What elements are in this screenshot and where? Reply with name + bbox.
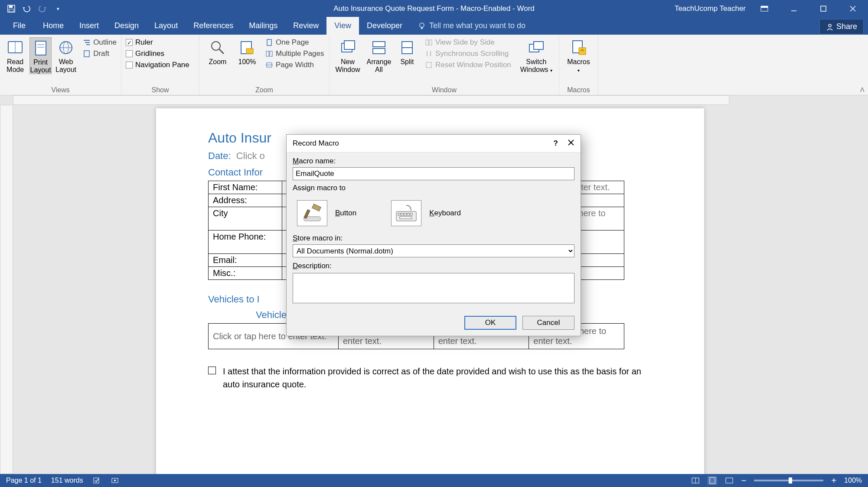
svg-rect-14 <box>36 41 46 55</box>
close-icon[interactable] <box>842 0 864 17</box>
svg-rect-56 <box>407 213 409 215</box>
minimize-icon[interactable] <box>783 0 805 17</box>
web-layout-view-icon[interactable] <box>725 477 734 484</box>
switch-windows-button[interactable]: Switch Windows ▾ <box>519 37 554 73</box>
assign-button-option[interactable]: Button <box>297 200 356 226</box>
tab-design[interactable]: Design <box>107 17 147 35</box>
reset-window-position-button[interactable]: Reset Window Position <box>425 61 511 69</box>
svg-rect-54 <box>401 213 403 215</box>
tab-references[interactable]: References <box>186 17 241 35</box>
ok-button[interactable]: OK <box>464 316 516 330</box>
ribbon-display-icon[interactable] <box>754 0 775 17</box>
dialog-title: Record Macro <box>293 139 339 148</box>
tab-mailings[interactable]: Mailings <box>241 17 285 35</box>
dialog-close-icon[interactable] <box>568 139 574 148</box>
macros-icon <box>570 39 587 56</box>
arrange-all-icon <box>370 39 388 56</box>
horizontal-ruler[interactable] <box>13 95 729 105</box>
maximize-icon[interactable] <box>813 0 834 17</box>
address-label: Address: <box>209 194 282 207</box>
tab-layout[interactable]: Layout <box>147 17 186 35</box>
print-layout-button[interactable]: Print Layout <box>29 37 52 74</box>
macro-recording-icon[interactable] <box>111 477 119 484</box>
tab-home[interactable]: Home <box>35 17 72 35</box>
svg-rect-43 <box>534 42 543 49</box>
svg-rect-36 <box>373 49 385 54</box>
macro-name-label: Macro name: <box>293 157 574 166</box>
svg-rect-23 <box>84 51 89 57</box>
zoom-in-button[interactable]: + <box>831 478 836 483</box>
svg-rect-35 <box>373 42 385 47</box>
gridlines-checkbox[interactable]: Gridlines <box>126 49 195 58</box>
tab-file[interactable]: File <box>3 17 35 35</box>
store-macro-select[interactable]: All Documents (Normal.dotm) <box>293 244 574 257</box>
assign-keyboard-option[interactable]: Keyboard <box>391 200 461 226</box>
page-indicator[interactable]: Page 1 of 1 <box>6 477 42 484</box>
zoom-100-button[interactable]: 100% <box>235 37 259 66</box>
group-label-macros: Macros <box>564 85 594 94</box>
synchronous-scrolling-button[interactable]: Synchronous Scrolling <box>425 49 511 58</box>
spellcheck-icon[interactable] <box>93 477 101 484</box>
side-by-side-icon <box>425 39 433 46</box>
macros-button[interactable]: Macros▾ <box>564 37 594 73</box>
attest-text: I attest that the information provided i… <box>223 365 652 391</box>
web-layout-button[interactable]: Web Layout <box>55 37 77 73</box>
view-side-by-side-button[interactable]: View Side by Side <box>425 38 511 47</box>
cancel-button[interactable]: Cancel <box>522 316 574 330</box>
split-button[interactable]: Split <box>396 37 418 66</box>
group-label-show: Show <box>126 85 195 94</box>
share-icon <box>826 23 834 31</box>
tab-review[interactable]: Review <box>285 17 326 35</box>
read-mode-button[interactable]: Read Mode <box>4 37 26 73</box>
page-width-button[interactable]: Page Width <box>265 61 324 69</box>
zoom-icon <box>209 39 226 56</box>
misc-label: Misc.: <box>209 267 282 280</box>
one-page-button[interactable]: One Page <box>265 38 324 47</box>
svg-rect-49 <box>312 204 321 211</box>
svg-rect-6 <box>821 6 826 11</box>
draft-icon <box>83 50 91 58</box>
svg-rect-51 <box>396 211 416 221</box>
description-textarea[interactable] <box>293 273 574 303</box>
attest-checkbox[interactable] <box>208 367 216 374</box>
share-button[interactable]: Share <box>819 19 864 34</box>
zoom-button[interactable]: Zoom <box>204 37 232 66</box>
macro-name-input[interactable] <box>293 167 574 180</box>
keyboard-icon <box>391 200 421 226</box>
redo-icon[interactable] <box>36 3 49 15</box>
quick-access-toolbar: ▾ <box>0 3 69 15</box>
tab-view[interactable]: View <box>326 17 359 35</box>
print-layout-view-icon[interactable] <box>708 476 717 485</box>
qat-customize-icon[interactable]: ▾ <box>52 3 64 15</box>
zoom-out-button[interactable]: − <box>741 478 747 483</box>
multiple-pages-icon <box>265 50 273 58</box>
collapse-ribbon-icon[interactable]: ᐱ <box>860 86 865 93</box>
home-phone-label: Home Phone: <box>209 231 282 254</box>
svg-rect-10 <box>421 27 423 29</box>
city-label: City <box>209 207 282 231</box>
save-icon[interactable] <box>5 3 17 15</box>
word-count[interactable]: 151 words <box>51 477 83 484</box>
svg-rect-64 <box>710 477 715 484</box>
dialog-help-icon[interactable]: ? <box>554 139 558 148</box>
group-label-zoom: Zoom <box>204 85 325 94</box>
split-icon <box>398 39 416 56</box>
tab-insert[interactable]: Insert <box>72 17 107 35</box>
zoom-slider[interactable] <box>754 480 823 481</box>
tell-me-search[interactable]: Tell me what you want to do <box>418 17 525 35</box>
zoom-level[interactable]: 100% <box>844 477 862 484</box>
multiple-pages-button[interactable]: Multiple Pages <box>265 49 324 58</box>
ruler-checkbox[interactable]: ✓Ruler <box>126 38 195 47</box>
undo-icon[interactable] <box>21 3 33 15</box>
svg-point-61 <box>114 480 116 481</box>
tab-developer[interactable]: Developer <box>359 17 410 35</box>
record-macro-dialog: Record Macro ? Macro name: Assign macro … <box>286 134 581 336</box>
navigation-pane-checkbox[interactable]: Navigation Pane <box>126 61 195 69</box>
read-mode-view-icon[interactable] <box>691 477 700 484</box>
read-mode-icon <box>7 39 24 56</box>
new-window-button[interactable]: New Window <box>334 37 362 73</box>
arrange-all-button[interactable]: Arrange All <box>365 37 393 73</box>
draft-button[interactable]: Draft <box>83 49 117 58</box>
outline-button[interactable]: Outline <box>83 38 117 47</box>
vertical-ruler[interactable] <box>0 105 13 474</box>
